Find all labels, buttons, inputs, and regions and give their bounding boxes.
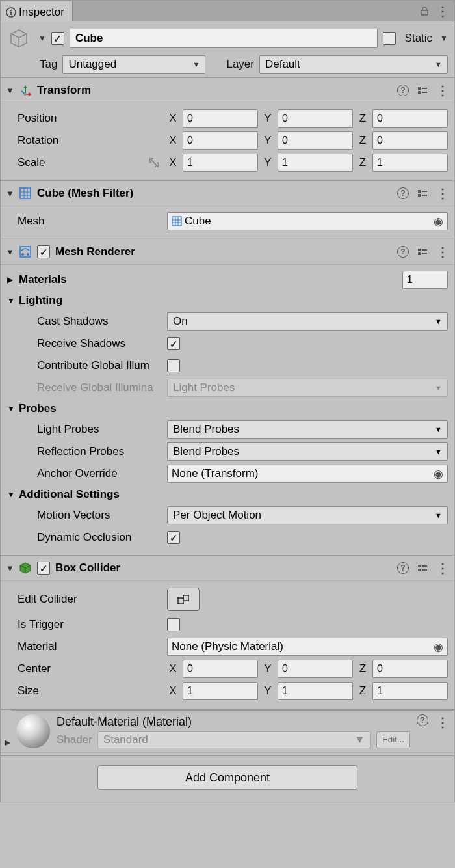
mesh-renderer-enabled-checkbox[interactable] <box>37 245 50 258</box>
contribute-gi-checkbox[interactable] <box>167 359 180 372</box>
box-collider-header[interactable]: ▼ Box Collider ? ⋮ <box>1 555 454 581</box>
svg-rect-31 <box>418 249 421 251</box>
receive-gi-dropdown: Light Probes▼ <box>167 379 448 397</box>
transform-icon <box>19 84 32 97</box>
size-z-input[interactable] <box>372 682 448 700</box>
svg-rect-47 <box>188 600 189 601</box>
titlebar: Inspector ⋮ <box>1 1 454 21</box>
material-foldout[interactable]: ▶ <box>5 738 10 747</box>
icon-picker-arrow[interactable]: ▼ <box>38 34 46 43</box>
material-header[interactable]: Default-Material (Material) Shader Stand… <box>11 710 454 752</box>
foldout-arrow: ▼ <box>6 86 14 96</box>
svg-point-1 <box>10 9 12 10</box>
tab-label: Inspector <box>19 6 64 19</box>
scale-z-input[interactable] <box>372 154 448 172</box>
constrain-proportions-icon[interactable] <box>148 156 161 169</box>
box-collider-enabled-checkbox[interactable] <box>37 562 50 575</box>
svg-rect-36 <box>418 569 421 571</box>
position-z-input[interactable] <box>372 109 448 128</box>
rotation-label: Rotation <box>7 134 163 147</box>
help-icon[interactable]: ? <box>397 246 409 258</box>
gameobject-active-checkbox[interactable] <box>51 32 64 45</box>
svg-marker-5 <box>23 85 27 88</box>
center-z-input[interactable] <box>372 660 448 678</box>
help-icon[interactable]: ? <box>397 85 409 96</box>
layer-dropdown[interactable]: Default ▼ <box>259 55 448 74</box>
svg-rect-44 <box>183 603 184 604</box>
anchor-override-field[interactable]: None (Transform) ◉ <box>167 465 448 483</box>
material-edit-button[interactable]: Edit... <box>376 731 410 748</box>
static-checkbox[interactable] <box>383 32 396 45</box>
chevron-down-icon: ▼ <box>193 61 200 68</box>
mesh-renderer-header[interactable]: ▼ Mesh Renderer ? ⋮ <box>1 239 454 265</box>
static-dropdown-arrow[interactable]: ▼ <box>440 34 448 43</box>
center-label: Center <box>7 662 163 675</box>
size-x-input[interactable] <box>183 682 258 700</box>
tag-dropdown[interactable]: Untagged ▼ <box>62 55 205 74</box>
receive-shadows-label: Receive Shadows <box>7 337 163 350</box>
inspector-tab[interactable]: Inspector <box>1 1 73 21</box>
center-y-input[interactable] <box>278 660 353 678</box>
foldout-arrow: ▼ <box>6 189 14 198</box>
svg-rect-42 <box>183 597 184 599</box>
rotation-y-input[interactable] <box>278 131 353 150</box>
context-menu-icon[interactable]: ⋮ <box>436 560 449 576</box>
position-x-input[interactable] <box>183 109 258 128</box>
svg-rect-39 <box>178 598 183 603</box>
gameobject-header: ▼ Static ▼ Tag Untagged ▼ Layer Default … <box>1 21 454 77</box>
motion-vectors-dropdown[interactable]: Per Object Motion▼ <box>167 506 448 524</box>
position-y-input[interactable] <box>278 109 353 128</box>
mesh-filter-header[interactable]: ▼ Cube (Mesh Filter) ? ⋮ <box>1 180 454 206</box>
svg-marker-7 <box>29 92 32 96</box>
probes-section[interactable]: ▼Probes <box>7 399 448 418</box>
lock-icon[interactable] <box>419 6 430 16</box>
help-icon[interactable]: ? <box>397 187 409 199</box>
svg-rect-23 <box>172 217 181 226</box>
preset-icon[interactable] <box>417 246 428 258</box>
context-menu-icon[interactable]: ⋮ <box>436 3 449 19</box>
rotation-x-input[interactable] <box>183 131 258 150</box>
object-picker-icon[interactable]: ◉ <box>434 467 443 481</box>
cast-shadows-dropdown[interactable]: On▼ <box>167 312 448 331</box>
object-picker-icon[interactable]: ◉ <box>434 640 443 654</box>
object-picker-icon[interactable]: ◉ <box>434 215 443 228</box>
size-y-input[interactable] <box>278 682 353 700</box>
materials-foldout[interactable]: ▶ <box>7 275 15 284</box>
reflection-probes-dropdown[interactable]: Blend Probes▼ <box>167 442 448 461</box>
materials-count-input[interactable] <box>402 271 448 289</box>
edit-collider-button[interactable] <box>167 588 200 611</box>
light-probes-dropdown[interactable]: Blend Probes▼ <box>167 420 448 439</box>
collider-material-field[interactable]: None (Physic Material) ◉ <box>167 638 448 656</box>
lighting-section[interactable]: ▼Lighting <box>7 291 448 310</box>
context-menu-icon[interactable]: ⋮ <box>436 185 449 201</box>
gameobject-icon[interactable] <box>7 27 31 50</box>
is-trigger-checkbox[interactable] <box>167 618 180 631</box>
scale-y-input[interactable] <box>278 154 353 172</box>
mesh-object-field[interactable]: Cube ◉ <box>167 212 448 230</box>
svg-rect-2 <box>10 12 12 15</box>
cast-shadows-label: Cast Shadows <box>7 315 163 328</box>
context-menu-icon[interactable]: ⋮ <box>436 244 449 260</box>
preset-icon[interactable] <box>417 562 428 574</box>
context-menu-icon[interactable]: ⋮ <box>436 714 449 730</box>
preset-icon[interactable] <box>417 85 428 96</box>
box-collider-icon <box>19 562 32 575</box>
preset-icon[interactable] <box>417 187 428 199</box>
scale-x-input[interactable] <box>183 154 258 172</box>
receive-shadows-checkbox[interactable] <box>167 337 180 350</box>
receive-gi-label: Receive Global Illumina <box>7 381 163 394</box>
help-icon[interactable]: ? <box>417 714 428 726</box>
anchor-override-label: Anchor Override <box>7 467 163 480</box>
materials-label: Materials <box>19 273 67 286</box>
motion-vectors-label: Motion Vectors <box>7 509 163 522</box>
dynamic-occlusion-checkbox[interactable] <box>167 531 180 544</box>
gameobject-name-input[interactable] <box>70 29 378 48</box>
context-menu-icon[interactable]: ⋮ <box>436 83 449 98</box>
transform-header[interactable]: ▼ Transform ? ⋮ <box>1 77 454 103</box>
add-component-button[interactable]: Add Component <box>98 765 358 790</box>
additional-settings-section[interactable]: ▼Additional Settings <box>7 485 448 504</box>
help-icon[interactable]: ? <box>397 562 409 574</box>
svg-rect-46 <box>188 595 189 596</box>
center-x-input[interactable] <box>183 660 258 678</box>
rotation-z-input[interactable] <box>372 131 448 150</box>
